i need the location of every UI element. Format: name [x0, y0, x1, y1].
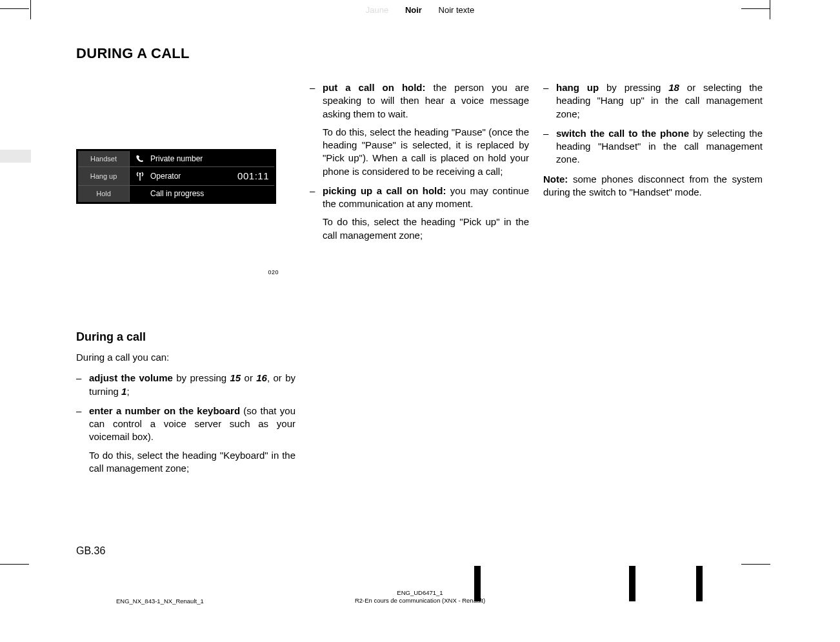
crop-mark [0, 564, 29, 565]
list-item: picking up a call on hold: you may conti… [310, 185, 529, 242]
bold-text: put a call on hold: [323, 82, 426, 93]
device-row-hold: Hold Call in progress [78, 185, 274, 201]
device-text-private: Private number [150, 154, 269, 164]
svg-point-0 [139, 173, 141, 175]
signal-antenna-icon [135, 172, 145, 181]
follow-text: To do this, select the heading "Pick up"… [323, 216, 529, 242]
list-item: put a call on hold: the person you are s… [310, 81, 529, 178]
body-text: ; [126, 386, 129, 397]
device-row-handset: Handset Private number [78, 151, 274, 166]
device-btn-handset: Handset [78, 151, 130, 166]
image-reference-code: 020 [76, 268, 279, 276]
control-ref: 15 [230, 372, 241, 383]
footer-code-line1: ENG_UD6471_1 [0, 589, 840, 597]
bold-text: adjust the volume [89, 372, 173, 383]
color-jaune: Jaune [366, 5, 388, 15]
column-1: Handset Private number Hang up [76, 81, 295, 481]
footer-center-code: ENG_UD6471_1 R2-En cours de communicatio… [0, 589, 840, 605]
device-call-timer: 001:11 [237, 170, 269, 183]
color-noir: Noir [405, 5, 422, 15]
bold-text: switch the call to the phone [556, 128, 689, 139]
note-body: some phones disconnect from the system d… [543, 174, 763, 197]
page-number: GB.36 [76, 545, 105, 557]
body-text: or [241, 372, 256, 383]
section-subhead: During a call [76, 329, 295, 345]
header-color-labels: Jaune Noir Noir texte [0, 5, 840, 15]
device-screen: Handset Private number Hang up [76, 149, 276, 204]
bold-text: hang up [556, 82, 599, 93]
page-title: DURING A CALL [76, 45, 764, 62]
control-ref: 16 [256, 372, 267, 383]
device-row-hangup: Hang up Operator 001:11 [78, 166, 274, 185]
bold-text: enter a number on the keyboard [89, 405, 240, 416]
follow-text: To do this, select the heading "Pause" (… [323, 126, 529, 178]
device-text-progress: Call in progress [150, 188, 269, 199]
list-item: hang up by pressing 18 or selecting the … [543, 81, 763, 121]
side-tab-marker [0, 150, 31, 163]
note-label: Note: [543, 174, 568, 185]
list-item: adjust the volume by pressing 15 or 16, … [76, 372, 295, 398]
list-item: enter a number on the keyboard (so that … [76, 405, 295, 475]
footer-code-line2: R2-En cours de communication (XNX - Rena… [0, 597, 840, 605]
phone-handset-icon [135, 155, 145, 163]
follow-text: To do this, select the heading "Keyboard… [89, 449, 295, 476]
column-2: put a call on hold: the person you are s… [310, 81, 529, 481]
device-text-operator: Operator [150, 171, 232, 181]
color-noir-texte: Noir texte [439, 5, 475, 15]
device-btn-hangup: Hang up [78, 167, 130, 185]
intro-text: During a call you can: [76, 351, 295, 364]
body-text: by pressing [599, 82, 668, 93]
control-ref: 18 [668, 82, 679, 93]
page-content: DURING A CALL Handset Private number [76, 45, 764, 481]
note-paragraph: Note: some phones disconnect from the sy… [543, 173, 763, 199]
bold-text: picking up a call on hold: [323, 185, 446, 196]
list-item: switch the call to the phone by selectin… [543, 127, 763, 166]
column-3: hang up by pressing 18 or selecting the … [543, 81, 763, 481]
crop-mark [741, 564, 770, 565]
body-text: by pressing [173, 372, 230, 383]
device-btn-hold: Hold [78, 186, 130, 201]
